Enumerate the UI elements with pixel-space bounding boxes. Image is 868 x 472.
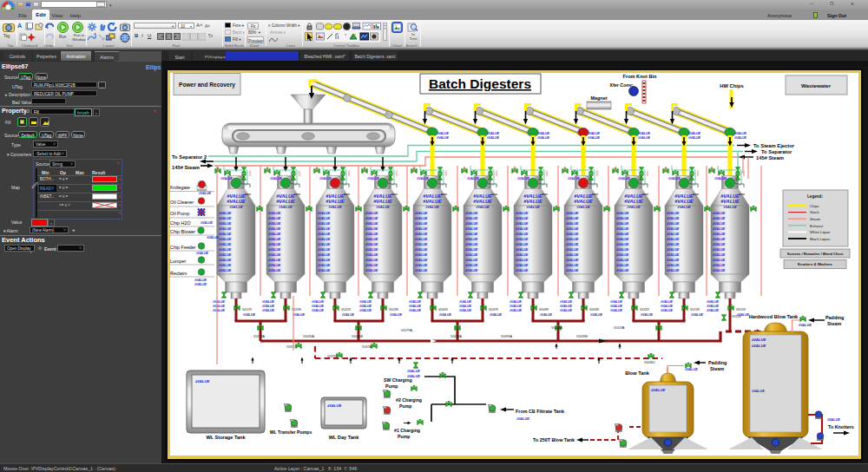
svg-text:Knotters & Washers: Knotters & Washers bbox=[798, 262, 833, 266]
svg-text:#VALUE: #VALUE bbox=[465, 269, 478, 272]
svg-text:#VALUE: #VALUE bbox=[415, 243, 428, 246]
svg-text:#VALUE: #VALUE bbox=[616, 243, 629, 246]
svg-text:#VALUE: #VALUE bbox=[262, 305, 275, 308]
svg-text:Padding: Padding bbox=[825, 315, 844, 320]
svg-text:#VALUE: #VALUE bbox=[196, 252, 209, 255]
svg-text:#VALUE: #VALUE bbox=[616, 222, 629, 226]
svg-text:#VALUE: #VALUE bbox=[262, 300, 275, 304]
svg-text:#VALUE: #VALUE bbox=[667, 269, 680, 272]
svg-text:#VALUE: #VALUE bbox=[465, 233, 478, 236]
svg-text:V0059A: V0059A bbox=[450, 335, 462, 338]
svg-text:#VALUE: #VALUE bbox=[674, 199, 694, 204]
svg-text:V0039B: V0039B bbox=[576, 335, 588, 338]
svg-text:#VALUE: #VALUE bbox=[195, 379, 209, 384]
svg-text:WL Day Tank: WL Day Tank bbox=[329, 435, 359, 440]
svg-text:#VALUE: #VALUE bbox=[219, 217, 232, 220]
svg-text:Knifegate: Knifegate bbox=[170, 185, 190, 190]
svg-text:#VALUE: #VALUE bbox=[667, 264, 680, 267]
svg-text:#VALUE: #VALUE bbox=[219, 238, 232, 241]
svg-text:#VALUE: #VALUE bbox=[560, 309, 573, 312]
svg-text:#VALUE: #VALUE bbox=[390, 313, 403, 317]
svg-text:#VALUE: #VALUE bbox=[516, 217, 529, 220]
svg-text:#VALUE: #VALUE bbox=[667, 259, 680, 262]
svg-text:#VALUE: #VALUE bbox=[720, 199, 740, 204]
svg-text:#VALUE: #VALUE bbox=[365, 227, 378, 231]
svg-text:#VALUE: #VALUE bbox=[616, 269, 629, 272]
svg-text:#VALUE: #VALUE bbox=[465, 248, 478, 252]
svg-text:#VALUE: #VALUE bbox=[713, 222, 726, 226]
svg-text:#VALUE: #VALUE bbox=[616, 212, 629, 215]
svg-text:#VALUE: #VALUE bbox=[510, 300, 523, 304]
svg-text:#VALUE: #VALUE bbox=[616, 233, 629, 236]
svg-text:#VALUE: #VALUE bbox=[415, 253, 428, 257]
svg-text:#VALUE: #VALUE bbox=[268, 217, 281, 220]
svg-text:#VALUE: #VALUE bbox=[423, 199, 442, 204]
svg-text:#VALUE: #VALUE bbox=[734, 136, 747, 140]
svg-text:To 250T Blow Tank: To 250T Blow Tank bbox=[533, 437, 575, 442]
svg-text:#VALUE: #VALUE bbox=[526, 205, 540, 209]
svg-text:#VALUE: #VALUE bbox=[219, 269, 232, 272]
svg-text:#VALUE: #VALUE bbox=[713, 248, 726, 252]
svg-text:V0173A: V0173A bbox=[253, 335, 265, 338]
svg-text:#VALUE: #VALUE bbox=[713, 217, 726, 220]
svg-text:#VALUE: #VALUE bbox=[668, 177, 681, 180]
svg-text:V0219: V0219 bbox=[341, 308, 351, 311]
svg-text:#VALUE: #VALUE bbox=[415, 227, 428, 231]
svg-text:To Steam Ejector: To Steam Ejector bbox=[753, 143, 795, 148]
svg-text:HW Chips: HW Chips bbox=[720, 83, 743, 88]
svg-text:#VALUE: #VALUE bbox=[568, 177, 581, 180]
svg-text:#VALUE: #VALUE bbox=[576, 205, 590, 209]
svg-text:#VALUE: #VALUE bbox=[219, 253, 232, 257]
svg-text:#VALUE: #VALUE bbox=[566, 212, 579, 215]
svg-text:#VALUE: #VALUE bbox=[588, 132, 601, 135]
svg-text:White Liquor: White Liquor bbox=[810, 230, 831, 234]
svg-text:#VALUE: #VALUE bbox=[566, 217, 579, 220]
svg-text:#VALUE: #VALUE bbox=[473, 199, 492, 204]
svg-text:#VALUE: #VALUE bbox=[318, 243, 331, 246]
svg-text:#VALUE: #VALUE bbox=[318, 259, 331, 262]
svg-text:#VALUE: #VALUE bbox=[465, 243, 478, 246]
svg-text:#VALUE: #VALUE bbox=[566, 238, 579, 241]
svg-text:#VALUE: #VALUE bbox=[713, 212, 726, 215]
svg-text:Pump: Pump bbox=[399, 403, 411, 409]
svg-text:#VALUE: #VALUE bbox=[201, 221, 214, 225]
svg-text:#VALUE: #VALUE bbox=[318, 269, 331, 272]
svg-text:#VALUE: #VALUE bbox=[516, 417, 529, 421]
svg-text:#VALUE: #VALUE bbox=[487, 136, 500, 140]
svg-text:#VALUE: #VALUE bbox=[465, 227, 478, 231]
svg-text:#VALUE: #VALUE bbox=[667, 243, 680, 246]
svg-text:#VALUE: #VALUE bbox=[516, 259, 529, 262]
svg-text:Chip H2O: Chip H2O bbox=[170, 220, 191, 226]
svg-text:#VALUE: #VALUE bbox=[510, 305, 523, 308]
svg-text:Screens / Rewasher / Blend Che: Screens / Rewasher / Blend Chest bbox=[787, 252, 844, 256]
svg-text:#VALUE: #VALUE bbox=[465, 253, 478, 257]
svg-text:145# Steam: 145# Steam bbox=[172, 165, 200, 170]
svg-text:#VALUE: #VALUE bbox=[610, 300, 623, 304]
svg-text:#VALUE: #VALUE bbox=[467, 177, 480, 180]
svg-text:#VALUE: #VALUE bbox=[365, 269, 378, 272]
svg-text:Padding: Padding bbox=[708, 360, 727, 365]
svg-text:#VALUE: #VALUE bbox=[365, 248, 378, 252]
svg-text:From CB Filtrate Tank: From CB Filtrate Tank bbox=[516, 409, 564, 414]
svg-text:#VALUE: #VALUE bbox=[752, 344, 766, 348]
svg-text:#VALUE: #VALUE bbox=[707, 300, 720, 304]
svg-text:#VALUE: #VALUE bbox=[373, 199, 392, 204]
svg-text:#VALUE: #VALUE bbox=[616, 264, 629, 267]
svg-text:#VALUE: #VALUE bbox=[465, 217, 478, 220]
svg-text:V0119A: V0119A bbox=[614, 326, 625, 330]
svg-text:V0028A: V0028A bbox=[551, 326, 562, 330]
svg-text:#VALUE: #VALUE bbox=[425, 205, 439, 209]
svg-text:#VALUE: #VALUE bbox=[638, 136, 651, 140]
svg-text:#VALUE: #VALUE bbox=[439, 313, 452, 317]
svg-text:Xfer Conv:: Xfer Conv: bbox=[609, 82, 633, 88]
svg-text:Steam: Steam bbox=[827, 321, 841, 326]
svg-text:#2 Charging: #2 Charging bbox=[396, 397, 422, 403]
svg-text:Pump: Pump bbox=[385, 384, 398, 389]
svg-text:#VALUE: #VALUE bbox=[487, 132, 500, 135]
svg-text:#VALUE: #VALUE bbox=[199, 192, 212, 195]
svg-text:#VALUE: #VALUE bbox=[516, 233, 529, 236]
svg-text:#VALUE: #VALUE bbox=[661, 309, 674, 312]
svg-text:V0119: V0119 bbox=[640, 308, 649, 311]
svg-text:#VALUE: #VALUE bbox=[610, 309, 623, 312]
svg-text:#VALUE: #VALUE bbox=[459, 305, 472, 308]
